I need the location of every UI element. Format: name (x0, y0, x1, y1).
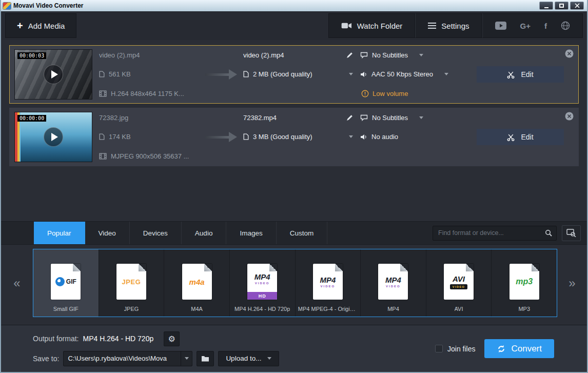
add-media-button[interactable]: + Add Media (5, 13, 76, 38)
format-badge: JPEG (122, 278, 141, 286)
duration-badge: 00:00:03 (17, 52, 46, 59)
youtube-icon[interactable] (495, 22, 506, 30)
format-card-small-gif[interactable]: GIF Small GIF (33, 249, 99, 317)
browse-folder-button[interactable] (197, 351, 214, 366)
save-to-row: Save to: C:\Users\p.rybalova\Videos\Mova… (33, 351, 279, 366)
tab-devices[interactable]: Devices (130, 222, 182, 244)
format-search-area (433, 222, 587, 244)
format-badge: MP4 (320, 276, 336, 284)
format-card-label: MP4 (387, 306, 399, 312)
format-browser-button[interactable] (562, 225, 581, 241)
media-list: 00:00:03 video (2).mp4 561 KB H.264 848x… (1, 40, 587, 221)
source-info: video (2).mp4 561 KB H.264 848x464 1175 … (99, 46, 199, 103)
format-badge: mp3 (516, 277, 533, 286)
toolbar-right: Watch Folder Settings G+ f (328, 13, 583, 38)
search-button[interactable] (541, 226, 556, 240)
convert-button[interactable]: Convert (484, 339, 554, 358)
format-page-icon: MP4 VIDEO HD (247, 264, 277, 300)
format-badge: GIF (66, 278, 76, 285)
facebook-icon[interactable]: f (544, 22, 547, 30)
output-settings: Output format: MP4 H.264 - HD 720p ⚙ Sav… (33, 331, 279, 366)
source-info: 72382.jpg 174 KB MJPEG 900x506 35637 ... (99, 108, 199, 166)
maximize-button[interactable] (555, 2, 569, 10)
gif-logo-icon (55, 277, 65, 286)
format-page-icon: AVI VIDEO (444, 264, 474, 300)
format-card-mp4-mpeg4[interactable]: MP4 VIDEO MP4 MPEG-4 - Origin... (296, 249, 361, 317)
output-bar: Output format: MP4 H.264 - HD 720p ⚙ Sav… (1, 325, 587, 372)
format-carousel: « GIF Small GIF JPEG JPEG m4a M4A (1, 245, 587, 325)
social-links: G+ f (482, 13, 583, 38)
format-card-m4a[interactable]: m4a M4A (164, 249, 230, 317)
file-icon (99, 71, 105, 77)
speaker-icon (360, 71, 367, 77)
conversion-arrow (199, 69, 243, 80)
format-browser-icon (566, 229, 576, 237)
audio-dropdown[interactable]: AAC 50 Kbps Stereo (360, 65, 476, 84)
source-filename: video (2).mp4 (99, 51, 140, 59)
settings-button[interactable]: Settings (415, 13, 482, 38)
media-row[interactable]: 00:00:03 video (2).mp4 561 KB H.264 848x… (9, 45, 579, 104)
search-icon (545, 229, 552, 237)
source-filesize: 561 KB (109, 70, 131, 78)
tab-custom[interactable]: Custom (277, 222, 328, 244)
remove-file-button[interactable] (565, 112, 574, 121)
chevron-down-icon (349, 135, 353, 138)
format-sub-badge: VIDEO (320, 285, 335, 288)
save-path-dropdown[interactable]: C:\Users\p.rybalova\Videos\Mova (63, 351, 192, 366)
join-files-label: Join files (447, 345, 475, 353)
format-card-mp4[interactable]: MP4 VIDEO MP4 (361, 249, 426, 317)
chevron-down-icon (444, 73, 448, 75)
play-button[interactable] (44, 65, 63, 84)
video-thumbnail[interactable]: 00:00:00 (15, 112, 92, 162)
format-card-label: JPEG (124, 306, 139, 312)
video-thumbnail[interactable]: 00:00:03 (15, 50, 92, 99)
output-filename: 72382.mp4 (243, 114, 277, 122)
format-page-icon: JPEG (116, 264, 146, 300)
format-card-jpeg[interactable]: JPEG JPEG (99, 249, 165, 317)
path-caret-button[interactable] (181, 351, 192, 366)
edit-label: Edit (521, 133, 533, 141)
remove-file-button[interactable] (565, 49, 574, 58)
carousel-next-button[interactable]: » (557, 249, 587, 317)
gear-icon: ⚙ (168, 334, 175, 344)
app-logo-icon (3, 3, 11, 9)
play-button[interactable] (44, 127, 63, 147)
format-card-mp4-hd-720p[interactable]: MP4 VIDEO HD MP4 H.264 - HD 720p (230, 249, 296, 317)
tab-video[interactable]: Video (85, 222, 130, 244)
minimize-button[interactable] (539, 2, 553, 10)
tab-audio[interactable]: Audio (182, 222, 227, 244)
file-icon (243, 133, 249, 140)
format-card-avi[interactable]: AVI VIDEO AVI (426, 249, 492, 317)
google-plus-icon[interactable]: G+ (520, 22, 531, 30)
globe-icon[interactable] (561, 21, 570, 30)
output-size-dropdown[interactable]: 2 MB (Good quality) (243, 65, 353, 84)
upload-to-button[interactable]: Upload to... (218, 351, 279, 366)
close-button[interactable] (570, 2, 584, 10)
format-card-mp3[interactable]: mp3 MP3 (492, 249, 557, 317)
output-size-value: 2 MB (Good quality) (253, 70, 312, 78)
warning-text: Low volume (373, 90, 408, 97)
subtitles-dropdown[interactable]: No Subtitles (360, 108, 476, 127)
format-sub-badge: VIDEO (450, 284, 468, 289)
tab-images[interactable]: Images (226, 222, 276, 244)
search-input[interactable] (433, 226, 541, 240)
rename-pencil-icon[interactable] (346, 114, 353, 121)
edit-button[interactable]: Edit (477, 129, 564, 145)
watch-folder-button[interactable]: Watch Folder (328, 13, 416, 38)
film-icon (99, 90, 107, 97)
output-size-dropdown[interactable]: 3 MB (Good quality) (243, 127, 353, 146)
app-window: Movavi Video Converter + Add Media Watch… (0, 0, 588, 373)
chevron-down-icon (419, 116, 423, 119)
media-row[interactable]: 00:00:00 72382.jpg 174 KB MJPEG 900x506 … (9, 108, 579, 166)
upload-to-label: Upload to... (226, 355, 261, 362)
join-files-toggle[interactable]: Join files (435, 345, 475, 353)
edit-button[interactable]: Edit (477, 66, 564, 83)
carousel-prev-button[interactable]: « (1, 249, 33, 317)
format-settings-button[interactable]: ⚙ (164, 331, 180, 346)
subtitles-dropdown[interactable]: No Subtitles (360, 46, 476, 65)
join-files-checkbox[interactable] (435, 345, 443, 352)
title-bar: Movavi Video Converter (1, 0, 587, 11)
tab-popular[interactable]: Popular (34, 222, 85, 244)
rename-pencil-icon[interactable] (346, 52, 353, 58)
hamburger-icon (428, 23, 436, 29)
